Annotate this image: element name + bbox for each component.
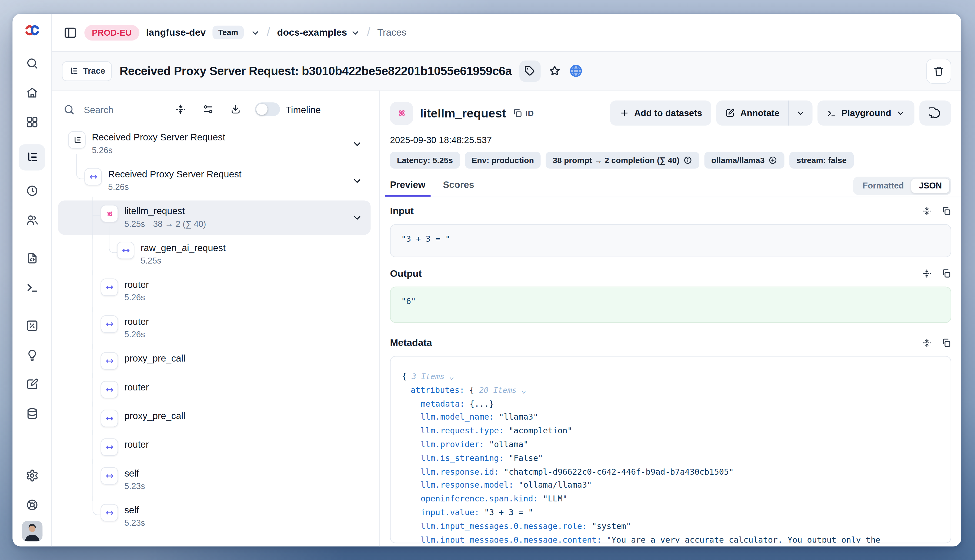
- tree-item-span[interactable]: raw_gen_ai_request5.25s: [58, 237, 371, 272]
- tree-item-span[interactable]: self5.23s: [58, 500, 371, 534]
- breadcrumb-separator: /: [367, 25, 370, 39]
- tracing-icon[interactable]: [18, 144, 45, 170]
- insights-icon[interactable]: [21, 344, 43, 365]
- annotate-split-button: Annotate: [716, 100, 813, 125]
- prompts-icon[interactable]: [21, 247, 43, 269]
- json-line[interactable]: llm.response.id: "chatcmpl-d96622c0-c642…: [401, 465, 941, 478]
- org-name[interactable]: langfuse-dev: [146, 27, 206, 38]
- json-line[interactable]: llm.model_name: "llama3": [401, 410, 941, 424]
- delete-trace-button[interactable]: [927, 58, 952, 83]
- collapse-icon[interactable]: [922, 206, 932, 216]
- json-line[interactable]: attributes: { 20 Items ⌄: [401, 383, 941, 397]
- trash-icon: [933, 65, 945, 77]
- format-option-json[interactable]: JSON: [911, 178, 950, 193]
- json-line[interactable]: llm.input_messages.0.message.role: "syst…: [401, 520, 941, 533]
- tree-item-span[interactable]: router: [58, 434, 371, 460]
- globe-icon[interactable]: [569, 64, 583, 78]
- annotate-button[interactable]: Annotate: [716, 100, 788, 125]
- observation-title: litellm_request: [420, 106, 506, 120]
- sidebar-toggle-icon[interactable]: [63, 25, 77, 40]
- input-value: "3 + 3 = ": [390, 224, 951, 257]
- info-icon[interactable]: [683, 155, 692, 165]
- input-section-header: Input: [390, 205, 951, 217]
- org-chevron-down-icon[interactable]: [251, 28, 260, 37]
- copy-id-button[interactable]: ID: [512, 108, 534, 118]
- generation-pinwheel-icon: [100, 205, 118, 222]
- output-section-header: Output: [390, 268, 951, 279]
- project-selector[interactable]: docs-examples: [277, 27, 360, 38]
- tab-preview[interactable]: Preview: [385, 179, 430, 197]
- home-icon[interactable]: [21, 82, 43, 103]
- trace-tree-panel: Timeline Received Proxy Server Request5.…: [52, 90, 380, 546]
- dashboards-icon[interactable]: [21, 111, 43, 133]
- add-to-datasets-button[interactable]: Add to datasets: [610, 100, 711, 125]
- plus-circle-icon[interactable]: [768, 155, 778, 165]
- span-arrows-icon: [84, 168, 102, 185]
- chevron-down-icon[interactable]: [352, 175, 362, 186]
- tree-item-span[interactable]: self5.23s: [58, 463, 371, 497]
- list-tree-icon: [69, 66, 79, 76]
- playground-icon[interactable]: [21, 277, 43, 298]
- datasets-icon[interactable]: [21, 403, 43, 424]
- copy-icon[interactable]: [941, 206, 951, 216]
- tree-item-span[interactable]: proxy_pre_call: [58, 405, 371, 432]
- chevron-down-icon[interactable]: [352, 138, 362, 149]
- settings-icon[interactable]: [21, 465, 43, 486]
- span-arrows-icon: [117, 242, 134, 259]
- collapse-all-icon[interactable]: [175, 104, 186, 115]
- json-line[interactable]: { 3 Items ⌄: [401, 370, 941, 383]
- breadcrumb-section[interactable]: Traces: [377, 27, 406, 38]
- tree-item-span[interactable]: router5.26s: [58, 274, 371, 308]
- tag-icon[interactable]: [519, 60, 540, 82]
- sessions-icon[interactable]: [21, 180, 43, 201]
- search-input[interactable]: [82, 103, 159, 115]
- chevron-down-icon[interactable]: [352, 212, 362, 223]
- star-icon[interactable]: [548, 64, 561, 77]
- annotation-icon[interactable]: [21, 373, 43, 395]
- timeline-toggle[interactable]: [255, 102, 280, 116]
- trace-type-badge[interactable]: Trace: [62, 61, 112, 81]
- evaluation-icon[interactable]: [21, 315, 43, 336]
- users-icon[interactable]: [21, 209, 43, 231]
- json-line[interactable]: llm.input_messages.0.message.content: "Y…: [401, 533, 941, 543]
- span-arrows-icon: [100, 315, 118, 333]
- download-icon[interactable]: [230, 104, 241, 115]
- support-icon[interactable]: [21, 494, 43, 515]
- copy-icon: [512, 108, 522, 118]
- tree-item-generation-selected[interactable]: litellm_request5.25s38 → 2 (∑ 40): [58, 200, 371, 235]
- json-line[interactable]: metadata: {...}: [401, 397, 941, 410]
- observation-badges: Latency: 5.25s Env: production 38 prompt…: [390, 152, 951, 168]
- model-badge: ollama/llama3: [704, 152, 785, 168]
- playground-button[interactable]: Playground: [818, 100, 915, 125]
- json-line[interactable]: llm.provider: "ollama": [401, 438, 941, 451]
- tree-item-trace-root[interactable]: Received Proxy Server Request5.26s: [58, 127, 371, 161]
- generation-pinwheel-icon: [390, 102, 413, 125]
- user-avatar[interactable]: [22, 521, 42, 542]
- tree-item-span[interactable]: router: [58, 377, 371, 403]
- format-option-formatted[interactable]: Formatted: [855, 178, 911, 193]
- json-line[interactable]: input.value: "3 + 3 = ": [401, 506, 941, 519]
- json-line[interactable]: llm.is_streaming: "False": [401, 452, 941, 465]
- search-icon[interactable]: [21, 52, 43, 74]
- json-line[interactable]: llm.response.model: "ollama/llama3": [401, 478, 941, 492]
- collapse-icon[interactable]: [922, 269, 932, 278]
- collapse-icon[interactable]: [922, 338, 932, 348]
- copy-icon[interactable]: [941, 269, 951, 278]
- detail-tabs: Preview Scores Formatted JSON: [390, 177, 951, 197]
- latency-badge: Latency: 5.25s: [390, 152, 460, 168]
- tree-item-span[interactable]: proxy_pre_call: [58, 348, 371, 374]
- json-line[interactable]: openinference.span.kind: "LLM": [401, 492, 941, 506]
- project-chevron-down-icon: [351, 28, 360, 37]
- comments-button[interactable]: [919, 100, 951, 125]
- tree-item-span[interactable]: Received Proxy Server Request5.26s: [58, 163, 371, 198]
- tab-scores[interactable]: Scores: [438, 179, 479, 197]
- org-role-badge[interactable]: Team: [213, 26, 244, 39]
- view-settings-icon[interactable]: [202, 104, 214, 115]
- tree-item-span[interactable]: router5.26s: [58, 311, 371, 345]
- json-line[interactable]: llm.request.type: "acompletion": [401, 424, 941, 438]
- langfuse-logo-icon[interactable]: [23, 22, 40, 38]
- environment-badge[interactable]: PROD-EU: [84, 25, 139, 40]
- annotate-chevron-down-icon[interactable]: [789, 100, 813, 125]
- trace-title: Received Proxy Server Request: b3010b422…: [119, 64, 512, 78]
- copy-icon[interactable]: [941, 338, 951, 348]
